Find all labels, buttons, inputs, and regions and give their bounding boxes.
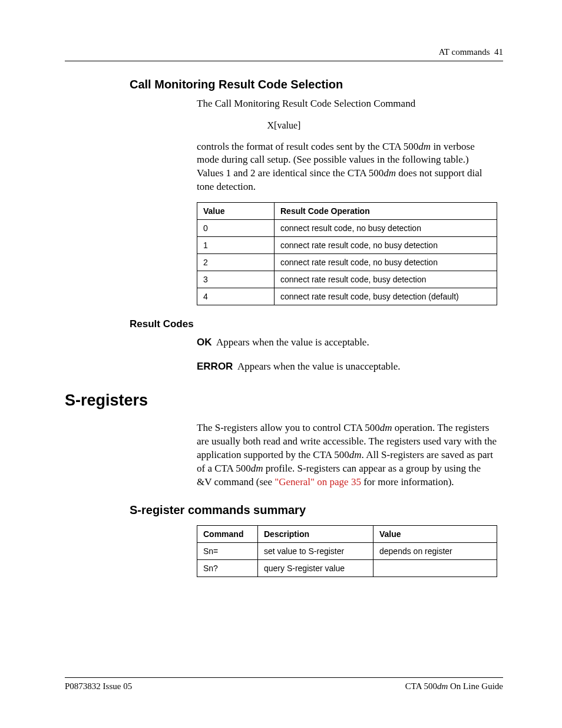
th-value: Value	[197, 203, 275, 220]
heading-sreg-summary: S-register commands summary	[130, 503, 503, 517]
cell: Sn?	[197, 559, 258, 577]
text: On Line Guide	[448, 681, 503, 691]
th-value: Value	[373, 525, 497, 542]
header-rule	[65, 61, 503, 61]
heading-result-codes: Result Codes	[130, 318, 503, 330]
cell: connect rate result code, no busy detect…	[275, 254, 497, 271]
text-dm: dm	[349, 449, 362, 460]
cell: set value to S-register	[258, 542, 373, 559]
result-code-error: ERROR Appears when the value is unaccept…	[197, 360, 503, 374]
text-ok: Appears when the value is acceptable.	[216, 337, 369, 348]
cell: depends on register	[373, 542, 497, 559]
text-dm: dm	[380, 422, 392, 433]
cell: connect rate result code, busy detection	[275, 271, 497, 288]
cell: connect rate result code, no busy detect…	[275, 237, 497, 254]
cell: 3	[197, 271, 275, 288]
text: The S-registers allow you to control CTA…	[197, 422, 380, 433]
text-dm: dm	[384, 167, 396, 179]
link-general-p35[interactable]: "General" on page 35	[275, 476, 361, 487]
running-header: AT commands 41	[65, 47, 503, 57]
header-page-number: 41	[494, 47, 503, 57]
label-error: ERROR	[197, 361, 233, 372]
table-row: Sn? query S-register value	[197, 559, 497, 577]
text: CTA 500	[405, 681, 437, 691]
cell: Sn=	[197, 542, 258, 559]
th-operation: Result Code Operation	[275, 203, 497, 220]
cell: connect rate result code, busy detection…	[275, 288, 497, 305]
cell	[373, 559, 497, 577]
sreg-paragraph: The S-registers allow you to control CTA…	[197, 421, 497, 489]
heading-cmrc: Call Monitoring Result Code Selection	[130, 78, 503, 91]
cmrc-intro: The Call Monitoring Result Code Selectio…	[197, 97, 497, 111]
text: for more information).	[361, 476, 454, 487]
header-section: AT commands	[439, 47, 490, 57]
th-command: Command	[197, 525, 258, 542]
text-dm: dm	[251, 463, 263, 474]
table-row: 1connect rate result code, no busy detec…	[197, 237, 497, 254]
heading-sregisters: S-registers	[65, 391, 503, 410]
sreg-table: Command Description Value Sn= set value …	[197, 525, 497, 577]
result-code-ok: OK Appears when the value is acceptable.	[197, 336, 503, 350]
label-ok: OK	[197, 337, 212, 348]
text-error: Appears when the value is unacceptable.	[237, 361, 401, 372]
cell: query S-register value	[258, 559, 373, 577]
text: controls the format of result codes sent…	[197, 141, 418, 152]
cell: 1	[197, 237, 275, 254]
table-header-row: Value Result Code Operation	[197, 203, 497, 220]
cmrc-table: Value Result Code Operation 0connect res…	[197, 202, 497, 305]
th-description: Description	[258, 525, 373, 542]
footer-right: CTA 500dm On Line Guide	[405, 681, 503, 691]
page: AT commands 41 Call Monitoring Result Co…	[0, 0, 562, 728]
cmrc-paragraph: controls the format of result codes sent…	[197, 140, 497, 195]
footer: P0873832 Issue 05 CTA 500dm On Line Guid…	[65, 677, 503, 691]
table-row: Sn= set value to S-register depends on r…	[197, 542, 497, 559]
cell: 2	[197, 254, 275, 271]
footer-left: P0873832 Issue 05	[65, 681, 132, 691]
table-row: 2connect rate result code, no busy detec…	[197, 254, 497, 271]
cell: connect result code, no busy detection	[275, 220, 497, 237]
table-row: 4connect rate result code, busy detectio…	[197, 288, 497, 305]
table-row: 0connect result code, no busy detection	[197, 220, 497, 237]
cmrc-syntax: X[value]	[65, 119, 503, 132]
text-dm: dm	[437, 681, 448, 691]
text-dm: dm	[418, 141, 431, 152]
table-row: 3connect rate result code, busy detectio…	[197, 271, 497, 288]
cell: 0	[197, 220, 275, 237]
cell: 4	[197, 288, 275, 305]
table-header-row: Command Description Value	[197, 525, 497, 542]
